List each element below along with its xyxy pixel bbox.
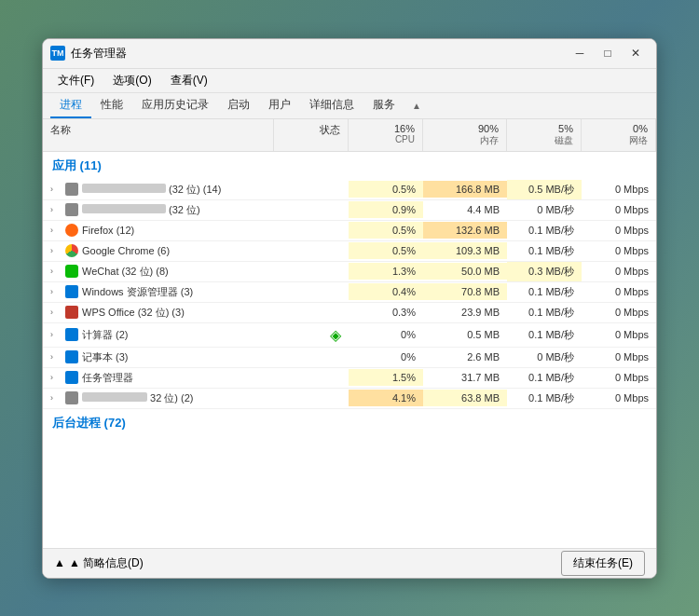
collapse-button[interactable]: ▲ bbox=[412, 101, 421, 111]
table-header: 名称 状态 16% CPU 90% 内存 5% 磁盘 0% 网络 bbox=[43, 119, 656, 152]
menu-view[interactable]: 查看(V) bbox=[163, 71, 215, 90]
row-disk: 0.1 MB/秒 bbox=[507, 282, 582, 302]
bottom-bar: ▲ ▲ 简略信息(D) 结束任务(E) bbox=[43, 548, 656, 578]
tab-services[interactable]: 服务 bbox=[363, 93, 404, 118]
table-row[interactable]: › (32 位) 0.9% 4.4 MB 0 MB/秒 0 Mbps bbox=[43, 200, 656, 221]
row-memory: 63.8 MB bbox=[423, 390, 507, 406]
section-apps[interactable]: 应用 (11) bbox=[43, 152, 656, 180]
row-name: Firefox (12) bbox=[82, 225, 267, 236]
row-status bbox=[274, 395, 349, 401]
row-memory: 23.9 MB bbox=[423, 304, 507, 321]
table-row[interactable]: › Windows 资源管理器 (3) 0.4% 70.8 MB 0.1 MB/… bbox=[43, 282, 656, 303]
window-title: 任务管理器 bbox=[71, 46, 567, 62]
row-cpu: 0% bbox=[349, 326, 423, 343]
row-cpu: 1.5% bbox=[349, 369, 423, 386]
taskmgr-icon bbox=[65, 371, 78, 384]
col-cpu[interactable]: 16% CPU bbox=[349, 119, 423, 151]
process-table[interactable]: 应用 (11) › (32 位) (14) 0.5% 166.8 MB 0.5 … bbox=[43, 152, 656, 548]
maximize-button[interactable]: □ bbox=[595, 44, 621, 62]
menu-file[interactable]: 文件(F) bbox=[50, 71, 102, 90]
expand-arrow[interactable]: › bbox=[50, 287, 62, 296]
table-row[interactable]: › (32 位) (14) 0.5% 166.8 MB 0.5 MB/秒 0 M… bbox=[43, 180, 656, 200]
expand-arrow[interactable]: › bbox=[50, 185, 62, 194]
row-name: 计算器 (2) bbox=[82, 328, 267, 342]
table-row[interactable]: › 记事本 (3) 0% 2.6 MB 0 MB/秒 0 Mbps bbox=[43, 348, 656, 368]
app-icon bbox=[65, 391, 78, 404]
summary-toggle[interactable]: ▲ ▲ 简略信息(D) bbox=[54, 555, 144, 571]
tab-app-history[interactable]: 应用历史记录 bbox=[132, 93, 218, 118]
row-cpu: 0.4% bbox=[349, 283, 423, 300]
row-disk: 0.3 MB/秒 bbox=[507, 262, 582, 281]
row-cpu: 4.1% bbox=[349, 390, 423, 406]
expand-arrow[interactable]: › bbox=[50, 246, 62, 255]
close-button[interactable]: ✕ bbox=[623, 44, 649, 62]
summary-label[interactable]: ▲ 简略信息(D) bbox=[69, 555, 144, 571]
expand-arrow[interactable]: › bbox=[50, 267, 62, 276]
table-row[interactable]: › WeChat (32 位) (8) 1.3% 50.0 MB 0.3 MB/… bbox=[43, 262, 656, 282]
row-network: 0 Mbps bbox=[582, 181, 656, 198]
row-network: 0 Mbps bbox=[582, 326, 656, 343]
table-row[interactable]: › 计算器 (2) ◈ 0% 0.5 MB 0.1 MB/秒 0 Mbps bbox=[43, 323, 656, 348]
table-row[interactable]: › 32 位) (2) 4.1% 63.8 MB 0.1 MB/秒 0 Mbps bbox=[43, 389, 656, 409]
row-cpu: 0.5% bbox=[349, 181, 423, 198]
row-network: 0 Mbps bbox=[582, 349, 656, 365]
expand-arrow[interactable]: › bbox=[50, 330, 62, 339]
row-memory: 31.7 MB bbox=[423, 369, 507, 386]
expand-arrow[interactable]: › bbox=[50, 393, 62, 403]
expand-arrow[interactable]: › bbox=[50, 205, 62, 214]
row-disk: 0.1 MB/秒 bbox=[507, 303, 582, 322]
window-controls: ─ □ ✕ bbox=[567, 44, 649, 62]
row-name: Windows 资源管理器 (3) bbox=[82, 285, 267, 299]
firefox-icon bbox=[65, 224, 78, 237]
chrome-icon bbox=[65, 244, 78, 257]
row-status: ◈ bbox=[274, 323, 349, 347]
row-disk: 0.1 MB/秒 bbox=[507, 241, 582, 261]
row-name: 记事本 (3) bbox=[82, 350, 267, 364]
menu-options[interactable]: 选项(O) bbox=[105, 71, 158, 90]
row-memory: 109.3 MB bbox=[423, 242, 507, 259]
col-status[interactable]: 状态 bbox=[274, 119, 349, 151]
table-row[interactable]: › WPS Office (32 位) (3) 0.3% 23.9 MB 0.1… bbox=[43, 303, 656, 323]
task-manager-window: TM 任务管理器 ─ □ ✕ 文件(F) 选项(O) 查看(V) 进程 性能 应… bbox=[42, 38, 657, 579]
row-cpu: 0.5% bbox=[349, 222, 423, 239]
row-memory: 50.0 MB bbox=[423, 263, 507, 280]
expand-arrow[interactable]: › bbox=[50, 373, 62, 382]
row-network: 0 Mbps bbox=[582, 304, 656, 321]
tab-process[interactable]: 进程 bbox=[50, 93, 91, 118]
row-cpu: 0.5% bbox=[349, 242, 423, 259]
row-name: 32 位) (2) bbox=[82, 391, 267, 405]
row-network: 0 Mbps bbox=[582, 201, 656, 218]
table-row[interactable]: › Google Chrome (6) 0.5% 109.3 MB 0.1 MB… bbox=[43, 241, 656, 262]
expand-arrow[interactable]: › bbox=[50, 352, 62, 362]
col-memory[interactable]: 90% 内存 bbox=[423, 119, 507, 151]
col-name[interactable]: 名称 bbox=[43, 119, 274, 151]
row-memory: 2.6 MB bbox=[423, 349, 507, 365]
table-row[interactable]: › Firefox (12) 0.5% 132.6 MB 0.1 MB/秒 0 … bbox=[43, 221, 656, 241]
tab-startup[interactable]: 启动 bbox=[218, 93, 259, 118]
col-network[interactable]: 0% 网络 bbox=[582, 119, 656, 151]
end-task-button[interactable]: 结束任务(E) bbox=[561, 551, 645, 576]
row-cpu: 1.3% bbox=[349, 263, 423, 280]
table-row[interactable]: › 任务管理器 1.5% 31.7 MB 0.1 MB/秒 0 Mbps bbox=[43, 368, 656, 389]
row-name: 任务管理器 bbox=[82, 371, 267, 385]
row-disk: 0 MB/秒 bbox=[507, 348, 582, 367]
col-disk[interactable]: 5% 磁盘 bbox=[507, 119, 582, 151]
row-memory: 4.4 MB bbox=[423, 201, 507, 218]
summary-icon: ▲ bbox=[54, 556, 65, 569]
expand-arrow[interactable]: › bbox=[50, 226, 62, 235]
explorer-icon bbox=[65, 285, 78, 298]
section-background[interactable]: 后台进程 (72) bbox=[43, 409, 656, 437]
row-status bbox=[274, 354, 349, 360]
minimize-button[interactable]: ─ bbox=[567, 44, 593, 62]
tab-details[interactable]: 详细信息 bbox=[300, 93, 363, 118]
expand-arrow[interactable]: › bbox=[50, 308, 62, 317]
row-memory: 70.8 MB bbox=[423, 283, 507, 300]
tab-performance[interactable]: 性能 bbox=[91, 93, 132, 118]
tab-users[interactable]: 用户 bbox=[259, 93, 300, 118]
row-cpu: 0.9% bbox=[349, 201, 423, 218]
row-disk: 0.1 MB/秒 bbox=[507, 368, 582, 388]
row-disk: 0.1 MB/秒 bbox=[507, 221, 582, 240]
row-cpu: 0% bbox=[349, 349, 423, 365]
app-icon bbox=[65, 203, 78, 216]
row-status bbox=[274, 289, 349, 294]
